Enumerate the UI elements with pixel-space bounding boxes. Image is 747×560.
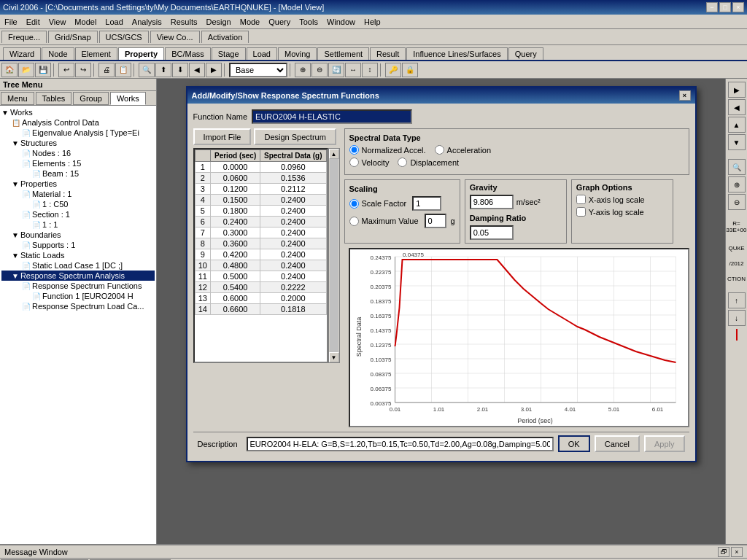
- tab-activation[interactable]: Activation: [201, 31, 249, 43]
- tree-item-elements[interactable]: 📄 Elements : 15: [1, 158, 155, 168]
- toolbar-icon-7[interactable]: 📋: [115, 63, 131, 77]
- toolbar-icon-6[interactable]: 🖨: [98, 63, 115, 77]
- tab-influence[interactable]: Influence Lines/Surfaces: [406, 47, 507, 60]
- max-value-input[interactable]: [425, 214, 446, 228]
- right-btn-4[interactable]: ▼: [728, 134, 746, 150]
- tab-moving[interactable]: Moving: [278, 47, 317, 60]
- tab-load[interactable]: Load: [247, 47, 277, 60]
- tree-tab-group[interactable]: Group: [73, 92, 109, 105]
- tab-node[interactable]: Node: [42, 47, 74, 60]
- toolbar-icon-10[interactable]: ⬇: [172, 63, 188, 77]
- tree-item-eigenvalue[interactable]: 📄 Eigenvalue Analysis [ Type=Ei: [1, 128, 155, 138]
- tree-item-material[interactable]: 📄 Material : 1: [1, 189, 155, 199]
- radio-normalized[interactable]: Normalized Accel.: [349, 145, 426, 155]
- toolbar-icon-4[interactable]: ↩: [58, 63, 74, 77]
- minimize-button[interactable]: −: [706, 2, 718, 12]
- toolbar-icon-12[interactable]: ▶: [206, 63, 222, 77]
- design-spectrum-button[interactable]: Design Spectrum: [254, 128, 336, 145]
- menu-mode[interactable]: Mode: [236, 16, 265, 28]
- right-btn-9[interactable]: ↓: [728, 310, 746, 326]
- radio-scale-factor[interactable]: Scale Factor: [349, 196, 455, 211]
- tab-query[interactable]: Query: [508, 47, 543, 60]
- cancel-button[interactable]: Cancel: [595, 435, 640, 452]
- tab-viewco[interactable]: View Co...: [150, 31, 200, 43]
- toolbar-icon-3[interactable]: 💾: [35, 63, 51, 77]
- right-btn-5[interactable]: 🔍: [728, 159, 746, 175]
- radio-displacement[interactable]: Displacement: [398, 158, 459, 167]
- scroll-down-button[interactable]: ▼: [329, 352, 339, 362]
- tab-element[interactable]: Element: [75, 47, 117, 60]
- menu-query[interactable]: Query: [264, 16, 295, 28]
- toolbar-icon-5[interactable]: ↪: [75, 63, 91, 77]
- tree-item-section-1[interactable]: 📄 1 : 1: [1, 219, 155, 230]
- right-btn-7[interactable]: ⊖: [728, 194, 746, 210]
- tab-bcmass[interactable]: BC/Mass: [165, 47, 211, 60]
- menu-window[interactable]: Window: [322, 16, 360, 28]
- toolbar-icon-14[interactable]: ⊖: [311, 63, 328, 77]
- spectral-data-table[interactable]: Period (sec) Spectral Data (g) 10.00000.…: [193, 148, 328, 363]
- scale-factor-input[interactable]: [412, 196, 441, 211]
- tree-item-beam[interactable]: 📄 Beam : 15: [1, 168, 155, 179]
- scroll-up-button[interactable]: ▲: [329, 149, 339, 159]
- menu-help[interactable]: Help: [360, 16, 385, 28]
- menu-model[interactable]: Model: [70, 16, 101, 28]
- toolbar-icon-16[interactable]: ↔: [345, 63, 361, 77]
- tree-item-section[interactable]: 📄 Section : 1: [1, 209, 155, 219]
- import-file-button[interactable]: Import File: [193, 128, 252, 145]
- menu-view[interactable]: View: [44, 16, 71, 28]
- tree-item-rs-load[interactable]: 📄 Response Spectrum Load Ca...: [1, 301, 155, 311]
- tree-item-boundaries[interactable]: ▼ Boundaries: [1, 230, 155, 240]
- message-close-button[interactable]: ×: [731, 547, 743, 557]
- right-btn-6[interactable]: ⊕: [728, 176, 746, 192]
- table-scrollbar[interactable]: ▲ ▼: [328, 148, 340, 363]
- right-btn-1[interactable]: ▶: [728, 82, 746, 98]
- tree-item-properties[interactable]: ▼ Properties: [1, 179, 155, 189]
- right-btn-3[interactable]: ▲: [728, 117, 746, 133]
- tree-item-works[interactable]: ▼ Works: [1, 107, 155, 117]
- menu-analysis[interactable]: Analysis: [128, 16, 166, 28]
- modal-close-button[interactable]: ×: [679, 90, 691, 101]
- tree-item-nodes[interactable]: 📄 Nodes : 16: [1, 148, 155, 158]
- tree-item-static-case[interactable]: 📄 Static Load Case 1 [DC ;]: [1, 260, 155, 271]
- tree-item-c50[interactable]: 📄 1 : C50: [1, 199, 155, 209]
- tab-stage[interactable]: Stage: [212, 47, 246, 60]
- ok-button[interactable]: OK: [558, 435, 590, 452]
- menu-tools[interactable]: Tools: [295, 16, 322, 28]
- toolbar-icon-9[interactable]: ⬆: [155, 63, 171, 77]
- tree-item-analysis[interactable]: 📋 Analysis Control Data: [1, 117, 155, 128]
- tab-settlement[interactable]: Settlement: [317, 47, 369, 60]
- tab-freque[interactable]: Freque...: [1, 31, 47, 43]
- menu-design[interactable]: Design: [201, 16, 235, 28]
- menu-results[interactable]: Results: [166, 16, 202, 28]
- radio-velocity[interactable]: Velocity: [349, 158, 390, 167]
- toolbar-icon-1[interactable]: 🏠: [1, 63, 18, 77]
- radio-max-value[interactable]: Maximum Value g: [349, 214, 455, 228]
- message-float-button[interactable]: 🗗: [718, 547, 729, 557]
- toolbar-icon-2[interactable]: 📂: [18, 63, 34, 77]
- tab-ucsgcs[interactable]: UCS/GCS: [99, 31, 149, 43]
- close-button[interactable]: ×: [732, 2, 744, 12]
- xaxis-log-check[interactable]: X-axis log scale: [576, 195, 668, 204]
- tree-item-rsa[interactable]: ▼ Response Spectrum Analysis: [1, 271, 155, 281]
- toolbar-icon-19[interactable]: 🔒: [402, 63, 418, 77]
- description-input[interactable]: [247, 437, 554, 451]
- tab-result[interactable]: Result: [370, 47, 406, 60]
- tree-tab-tables[interactable]: Tables: [36, 92, 72, 105]
- toolbar-icon-18[interactable]: 🔑: [385, 63, 401, 77]
- maximize-button[interactable]: □: [719, 2, 731, 12]
- tab-property[interactable]: Property: [118, 47, 164, 60]
- base-dropdown[interactable]: Base: [229, 63, 287, 77]
- damping-input[interactable]: [470, 225, 514, 240]
- tree-item-rs-functions[interactable]: 📄 Response Spectrum Functions: [1, 281, 155, 291]
- menu-load[interactable]: Load: [101, 16, 127, 28]
- tab-gridsnap[interactable]: Grid/Snap: [48, 31, 98, 43]
- toolbar-icon-17[interactable]: ↕: [362, 63, 378, 77]
- menu-file[interactable]: File: [0, 16, 22, 28]
- tree-tab-works[interactable]: Works: [110, 92, 146, 105]
- toolbar-icon-15[interactable]: 🔄: [328, 63, 344, 77]
- toolbar-icon-13[interactable]: ⊕: [295, 63, 311, 77]
- apply-button[interactable]: Apply: [644, 435, 685, 452]
- right-btn-2[interactable]: ◀: [728, 99, 746, 115]
- gravity-input[interactable]: [470, 195, 514, 209]
- function-name-input[interactable]: [252, 109, 412, 124]
